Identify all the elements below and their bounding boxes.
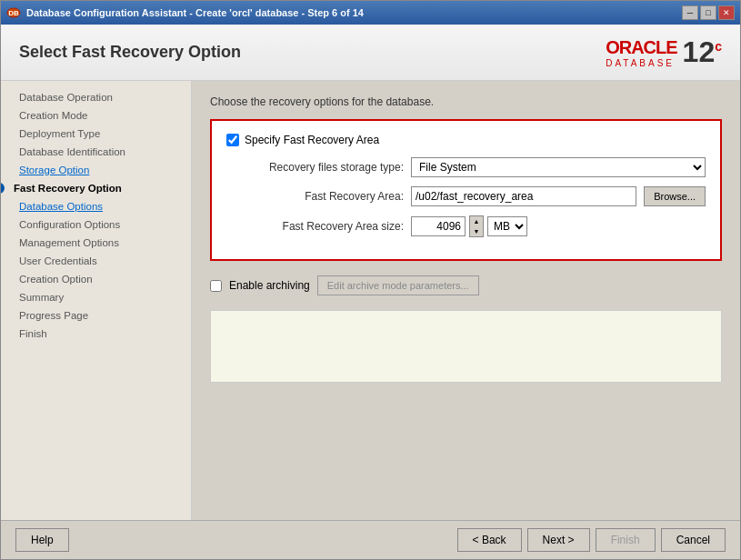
specify-fra-checkbox[interactable] (226, 134, 239, 146)
navigation-buttons: < Back Next > Finish Cancel (457, 528, 726, 552)
maximize-button[interactable]: □ (700, 5, 716, 20)
recovery-options-box: Specify Fast Recovery Area Recovery file… (210, 119, 722, 261)
sidebar-item-fast-recovery-option: Fast Recovery Option (1, 179, 191, 197)
main-window: DB Database Configuration Assistant - Cr… (0, 0, 741, 560)
sidebar-item-database-identification: Database Identification (1, 143, 191, 161)
sidebar-label-user-credentials: User Credentials (19, 255, 97, 266)
spinner-controls: ▲ ▼ (469, 215, 484, 237)
sidebar-label-summary: Summary (19, 292, 64, 303)
database-text: DATABASE (606, 58, 676, 68)
archiving-row: Enable archiving Edit archive mode param… (210, 275, 722, 295)
enable-archiving-label[interactable]: Enable archiving (229, 279, 310, 292)
cancel-button[interactable]: Cancel (661, 528, 726, 552)
sidebar-item-finish: Finish (1, 325, 191, 343)
next-button[interactable]: Next > (527, 528, 590, 552)
sidebar-item-database-operation: Database Operation (1, 88, 191, 106)
help-button[interactable]: Help (15, 528, 69, 552)
spinner-down-button[interactable]: ▼ (470, 226, 483, 236)
bottom-bar: Help < Back Next > Finish Cancel (1, 520, 740, 559)
edit-archive-button: Edit archive mode parameters... (317, 275, 479, 295)
sidebar-item-storage-option[interactable]: Storage Option (1, 161, 191, 179)
close-button[interactable]: ✕ (718, 5, 735, 20)
info-box (210, 310, 722, 383)
svg-text:DB: DB (8, 9, 19, 17)
sidebar-label-creation-option: Creation Option (19, 274, 93, 285)
enable-archiving-checkbox[interactable] (210, 280, 222, 292)
fra-size-controls: ▲ ▼ MB GB (411, 215, 527, 237)
version-number: 12c (683, 35, 722, 69)
minimize-button[interactable]: ─ (682, 5, 698, 20)
titlebar-left: DB Database Configuration Assistant - Cr… (6, 5, 364, 20)
sidebar-item-configuration-options: Configuration Options (1, 215, 191, 234)
sidebar-item-progress-page: Progress Page (1, 306, 191, 325)
sidebar-item-database-options[interactable]: Database Options (1, 197, 191, 215)
browse-button[interactable]: Browse... (644, 186, 706, 206)
sidebar-label-database-identification: Database Identification (19, 146, 125, 157)
window-title: Database Configuration Assistant - Creat… (26, 7, 364, 18)
instruction-text: Choose the recovery options for the data… (210, 95, 722, 108)
sidebar-item-summary: Summary (1, 288, 191, 306)
page-header: Select Fast Recovery Option ORACLE DATAB… (1, 25, 740, 81)
main-body: Database Operation Creation Mode Deploym… (1, 81, 740, 520)
fra-path-input[interactable] (411, 186, 636, 206)
content-area: Select Fast Recovery Option ORACLE DATAB… (1, 25, 740, 520)
sidebar-item-user-credentials: User Credentials (1, 252, 191, 270)
back-button[interactable]: < Back (457, 528, 522, 552)
spinner-up-button[interactable]: ▲ (470, 216, 483, 226)
app-icon: DB (6, 5, 21, 20)
sidebar-item-deployment-type: Deployment Type (1, 125, 191, 143)
active-indicator (1, 183, 5, 194)
sidebar-label-fast-recovery-option: Fast Recovery Option (14, 183, 122, 194)
right-panel: Choose the recovery options for the data… (192, 81, 740, 520)
sidebar-label-finish: Finish (19, 328, 47, 339)
fra-path-row: Fast Recovery Area: Browse... (226, 186, 706, 206)
sidebar-label-progress-page: Progress Page (19, 310, 88, 321)
oracle-text: ORACLE (606, 37, 676, 57)
sidebar-item-creation-option: Creation Option (1, 270, 191, 288)
sidebar-label-database-operation: Database Operation (19, 92, 113, 103)
fra-size-input[interactable] (411, 216, 466, 236)
titlebar: DB Database Configuration Assistant - Cr… (1, 1, 740, 25)
fra-size-row: Fast Recovery Area size: ▲ ▼ MB GB (226, 215, 706, 237)
fra-size-unit-select[interactable]: MB GB (487, 216, 527, 236)
sidebar-label-database-options: Database Options (19, 201, 103, 212)
sidebar-label-configuration-options: Configuration Options (19, 219, 120, 230)
sidebar-item-management-options: Management Options (1, 234, 191, 252)
storage-type-row: Recovery files storage type: File System… (226, 157, 706, 177)
sidebar-label-deployment-type: Deployment Type (19, 128, 100, 139)
oracle-branding: ORACLE DATABASE (606, 37, 676, 68)
oracle-logo: ORACLE DATABASE 12c (606, 35, 722, 69)
specify-fra-label[interactable]: Specify Fast Recovery Area (245, 134, 379, 146)
fra-label: Fast Recovery Area: (226, 190, 404, 203)
page-title: Select Fast Recovery Option (19, 43, 241, 62)
sidebar-label-storage-option: Storage Option (19, 165, 89, 175)
storage-type-label: Recovery files storage type: (226, 161, 404, 174)
fra-size-label: Fast Recovery Area size: (226, 220, 404, 233)
storage-type-select[interactable]: File System ASM (411, 157, 706, 177)
finish-button: Finish (596, 528, 656, 552)
sidebar-label-creation-mode: Creation Mode (19, 110, 87, 121)
sidebar: Database Operation Creation Mode Deploym… (1, 81, 192, 520)
sidebar-item-creation-mode: Creation Mode (1, 106, 191, 125)
specify-fra-row: Specify Fast Recovery Area (226, 134, 706, 146)
sidebar-label-management-options: Management Options (19, 237, 119, 248)
window-controls: ─ □ ✕ (682, 5, 735, 20)
